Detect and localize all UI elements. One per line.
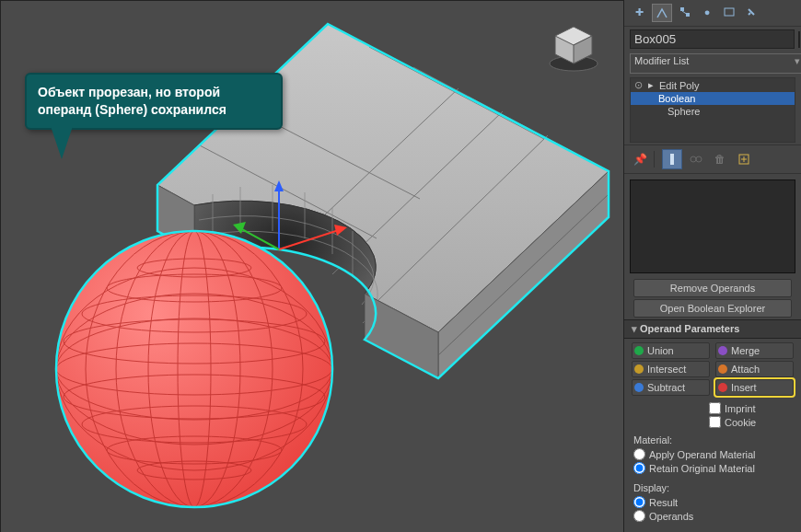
hierarchy-tab[interactable] (676, 4, 694, 20)
svg-point-48 (691, 156, 696, 162)
create-tab[interactable]: ✚ (630, 4, 648, 20)
display-tab[interactable] (720, 4, 738, 20)
operand-parameters-rollout[interactable]: Operand Parameters (624, 319, 801, 339)
retain-original-material-radio[interactable]: Retain Original Material (633, 461, 792, 475)
attach-icon (718, 364, 727, 374)
material-label: Material: (633, 434, 792, 445)
callout-text: Объект прорезан, но второй операнд (Sphe… (38, 85, 226, 117)
svg-rect-47 (670, 154, 674, 165)
modifier-stack[interactable]: ⊙ ▸ Edit Poly Boolean Sphere (630, 77, 795, 143)
pin-stack-icon[interactable]: 📌 (630, 149, 650, 169)
union-button[interactable]: Union (632, 342, 710, 359)
panel-tabs: ✚ ● (624, 0, 801, 27)
display-label: Display: (633, 482, 792, 493)
open-boolean-explorer-button[interactable]: Open Boolean Explorer (633, 299, 792, 318)
display-operands-radio[interactable]: Operands (633, 509, 792, 523)
stack-top-label: Edit Poly (659, 80, 699, 91)
3d-viewport[interactable]: Объект прорезан, но второй операнд (Sphe… (0, 0, 624, 532)
insert-icon (718, 383, 727, 392)
operand-preview (630, 179, 795, 273)
display-result-radio[interactable]: Result (633, 495, 792, 509)
remove-operands-button[interactable]: Remove Operands (633, 279, 792, 297)
imprint-checkbox[interactable]: Imprint (709, 401, 794, 415)
modifier-list-label: Modifier List (634, 55, 689, 66)
intersect-button[interactable]: Intersect (632, 361, 710, 377)
remove-modifier-icon[interactable]: 🗑 (710, 149, 730, 169)
svg-point-21 (56, 231, 332, 507)
subtract-icon (634, 383, 644, 392)
svg-rect-43 (680, 7, 684, 11)
stack-toolbar: 📌 🗑 (624, 145, 801, 174)
merge-icon (718, 346, 727, 355)
stack-item-boolean[interactable]: Boolean (631, 92, 795, 105)
utilities-tab[interactable] (742, 4, 760, 20)
modifier-list-dropdown[interactable]: Modifier List (630, 53, 801, 74)
visibility-icon[interactable]: ⊙ (634, 79, 643, 91)
merge-button[interactable]: Merge (715, 342, 794, 359)
expand-icon[interactable]: ▸ (648, 79, 654, 91)
stack-top-item[interactable]: ⊙ ▸ Edit Poly (631, 78, 795, 92)
attach-button[interactable]: Attach (715, 361, 794, 377)
motion-tab[interactable]: ● (698, 4, 716, 20)
annotation-callout: Объект прорезан, но второй операнд (Sphe… (25, 73, 283, 130)
subtract-button[interactable]: Subtract (632, 379, 710, 396)
boolean-operations: Union Merge Intersect Attach Subtract In… (624, 339, 801, 399)
union-icon (634, 346, 644, 355)
stack-item-sphere[interactable]: Sphere (631, 105, 795, 118)
command-panel: ✚ ● Modifier List ⊙ ▸ Edit Poly Boolean (623, 0, 801, 532)
object-color-swatch[interactable] (798, 31, 800, 48)
modify-tab[interactable] (652, 4, 672, 22)
configure-icon[interactable] (734, 149, 754, 169)
make-unique-icon[interactable] (686, 149, 706, 169)
viewcube[interactable] (546, 19, 601, 75)
apply-operand-material-radio[interactable]: Apply Operand Material (633, 447, 792, 461)
svg-point-49 (696, 156, 702, 162)
svg-rect-46 (725, 8, 734, 16)
object-name-field[interactable] (630, 29, 795, 49)
cookie-checkbox[interactable]: Cookie (709, 415, 794, 429)
show-end-result-icon[interactable] (662, 149, 682, 169)
intersect-icon (634, 364, 644, 374)
insert-button[interactable]: Insert (715, 379, 794, 396)
